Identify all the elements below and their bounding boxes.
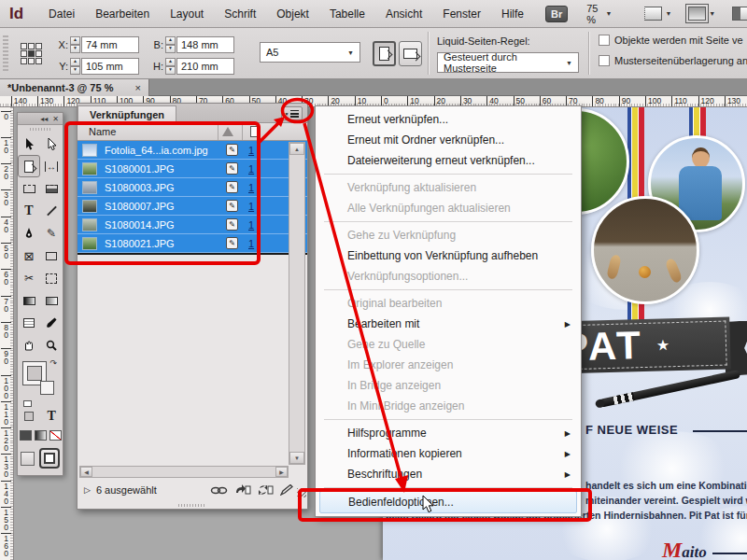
menubar-item-fenster[interactable]: Fenster — [432, 7, 491, 21]
links-row[interactable]: Fotolia_64...ia.com.jpg✎1 — [78, 141, 307, 160]
menubar-item-datei[interactable]: Datei — [38, 7, 85, 21]
normal-view-button[interactable] — [21, 452, 35, 466]
menu-item-bearbeiten-mit[interactable]: Bearbeiten mit▶ — [317, 314, 580, 334]
proxy-cell[interactable] — [35, 50, 42, 57]
menu-item-erneut-mit-ordner-verknüpfen[interactable]: Erneut mit Ordner verknüpfen... — [317, 130, 580, 150]
proxy-cell[interactable] — [21, 50, 27, 57]
tools-panel-header[interactable]: ◂◂ ✕ — [18, 113, 63, 125]
master-overlay-checkbox[interactable]: Musterseitenüberlagerung an — [599, 55, 747, 66]
relink-icon[interactable] — [210, 485, 229, 496]
edit-original-icon[interactable] — [280, 484, 293, 496]
panel-drag-grip[interactable] — [178, 504, 206, 507]
close-icon[interactable]: × — [135, 82, 141, 93]
stepper-icon[interactable]: ▲▼ — [70, 58, 80, 75]
fill-proxy[interactable] — [40, 381, 54, 395]
zoom-tool[interactable] — [40, 334, 63, 357]
menubar-item-tabelle[interactable]: Tabelle — [319, 7, 375, 21]
step-down-icon[interactable]: ▼ — [70, 45, 80, 53]
menubar-item-schrift[interactable]: Schrift — [214, 7, 266, 21]
links-row[interactable]: S1080001.JPG✎1 — [78, 160, 307, 178]
link-page-number[interactable]: 1 — [248, 145, 254, 156]
pen-tool[interactable] — [18, 222, 40, 245]
link-page-number[interactable]: 1 — [248, 219, 254, 231]
swap-fill-stroke-icon[interactable]: ↷ — [49, 358, 57, 368]
tools-panel-grip[interactable] — [18, 125, 63, 133]
document-tab[interactable]: *Unbenannt-3 @ 75 % × — [0, 79, 149, 96]
menubar-item-hilfe[interactable]: Hilfe — [491, 7, 534, 21]
goto-link-icon[interactable] — [235, 484, 251, 496]
preview-view-button[interactable] — [39, 448, 60, 469]
panel-menu-button[interactable]: ▼ — [281, 106, 303, 120]
step-down-icon[interactable]: ▼ — [165, 66, 176, 75]
selection-tool[interactable] — [18, 133, 40, 155]
eyedropper-tool[interactable] — [40, 312, 63, 334]
links-row[interactable]: S1080007.JPG✎1 — [78, 197, 307, 216]
scroll-down-icon[interactable]: ▼ — [289, 452, 304, 464]
page-tool[interactable] — [18, 155, 40, 177]
stepper-icon[interactable]: ▲▼ — [70, 36, 80, 53]
hand-tool[interactable] — [18, 334, 40, 357]
field-value-input[interactable]: 148 mm — [176, 36, 234, 53]
proxy-cell[interactable] — [28, 43, 35, 49]
apply-gradient-button[interactable] — [35, 430, 47, 441]
links-row[interactable]: S1080021.JPG✎1 — [78, 234, 307, 253]
formatting-affects-container-button[interactable] — [24, 412, 34, 421]
close-icon[interactable]: ✕ — [52, 113, 59, 125]
proxy-cell[interactable] — [35, 43, 42, 49]
menu-item-dateierweiterung-erneut-verknüpfen[interactable]: Dateierweiterung erneut verknüpfen... — [317, 150, 580, 171]
menubar-item-ansicht[interactable]: Ansicht — [375, 7, 432, 21]
link-page-number[interactable]: 1 — [248, 201, 254, 212]
free-transform-tool[interactable] — [40, 267, 63, 289]
proxy-cell[interactable] — [28, 50, 35, 57]
links-panel-tab[interactable]: Verknüpfungen — [78, 105, 176, 123]
links-row[interactable]: S1080014.JPG✎1 — [78, 216, 307, 234]
menu-item-hilfsprogramme[interactable]: Hilfsprogramme▶ — [317, 423, 580, 443]
collapse-icon[interactable]: ◂◂ — [40, 113, 48, 125]
apply-none-button[interactable] — [49, 430, 62, 441]
line-tool[interactable] — [40, 200, 63, 222]
link-page-number[interactable]: 1 — [248, 163, 254, 175]
proxy-cell[interactable] — [28, 58, 35, 64]
gradient-feather-tool[interactable] — [40, 289, 63, 312]
menu-item-bedienfeldoptionen[interactable]: Bedienfeldoptionen... — [319, 491, 577, 513]
scroll-right-icon[interactable]: ▶ — [275, 467, 288, 477]
objects-move-with-page-checkbox[interactable]: Objekte werden mit Seite ve — [599, 35, 743, 46]
menubar-item-bearbeiten[interactable]: Bearbeiten — [85, 7, 160, 21]
scroll-left-icon[interactable]: ◀ — [80, 467, 92, 477]
note-tool[interactable] — [18, 312, 40, 334]
scroll-up-icon[interactable]: ▲ — [289, 143, 304, 155]
vertical-scrollbar[interactable]: ▲ ▼ — [289, 142, 305, 465]
resize-grip[interactable] — [297, 488, 306, 497]
link-page-number[interactable]: 1 — [248, 182, 254, 193]
screen-mode-button[interactable]: ▼ — [644, 7, 671, 21]
landscape-orientation-button[interactable] — [399, 41, 422, 66]
type-tool[interactable]: T — [18, 200, 40, 222]
stepper-icon[interactable]: ▲▼ — [165, 36, 176, 53]
content-collector-tool[interactable] — [18, 177, 40, 200]
menubar-item-objekt[interactable]: Objekt — [266, 7, 319, 21]
gap-tool[interactable]: ↔ — [40, 155, 63, 177]
step-down-icon[interactable]: ▼ — [165, 45, 176, 53]
direct-selection-tool[interactable] — [40, 133, 63, 155]
links-column-header[interactable]: Name — [78, 123, 307, 141]
view-options-button[interactable]: ▼ — [688, 7, 715, 21]
links-row[interactable]: S1080003.JPG✎1 — [78, 178, 307, 197]
disclosure-triangle-icon[interactable]: ▷ — [84, 485, 91, 495]
link-page-number[interactable]: 1 — [248, 238, 254, 249]
frame-tool[interactable]: ⊠ — [18, 245, 40, 267]
stepper-icon[interactable]: ▲▼ — [165, 58, 176, 75]
pencil-tool[interactable]: ✎ — [40, 222, 63, 245]
workspace-switcher-button[interactable]: ▼ — [732, 7, 747, 21]
update-link-icon[interactable] — [258, 484, 274, 496]
proxy-cell[interactable] — [21, 58, 27, 64]
apply-color-button[interactable] — [20, 430, 32, 441]
proxy-cell[interactable] — [21, 43, 27, 49]
menu-item-beschriftungen[interactable]: Beschriftungen▶ — [317, 464, 580, 484]
step-up-icon[interactable]: ▲ — [165, 36, 176, 45]
zoom-level-control[interactable]: 75 % ▼ — [579, 3, 619, 25]
step-up-icon[interactable]: ▲ — [165, 58, 176, 66]
default-swatch-icon[interactable] — [23, 400, 32, 407]
proxy-cell[interactable] — [35, 58, 42, 64]
content-placer-tool[interactable] — [40, 177, 63, 200]
step-down-icon[interactable]: ▼ — [70, 66, 80, 75]
